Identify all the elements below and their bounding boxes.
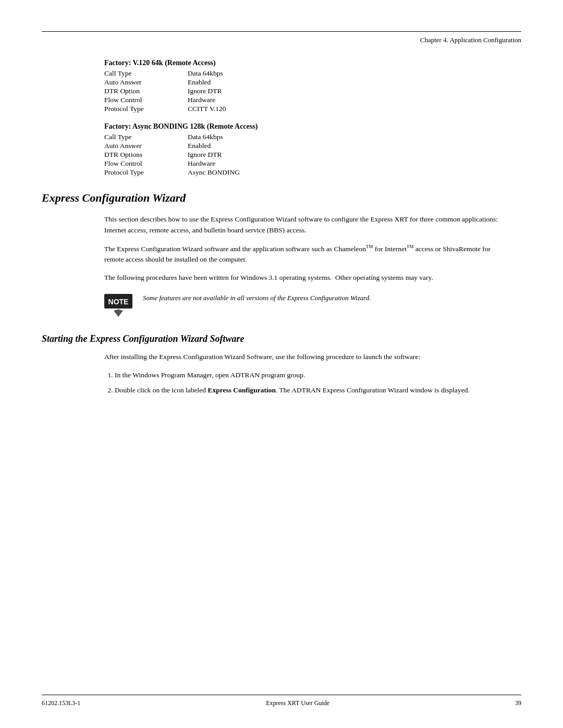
- config-label-2-1: Auto Answer: [104, 142, 188, 150]
- note-box: NOTE Some features are not available in …: [104, 293, 521, 319]
- express-section-heading: Express Configuration Wizard: [42, 191, 521, 205]
- config-value-1-1: Enabled: [188, 78, 521, 87]
- page: Chapter 4. Application Configuration Fac…: [0, 0, 563, 728]
- factory-section-1: Factory: V.120 64k (Remote Access) Call …: [42, 59, 521, 113]
- config-label-2-3: Flow Control: [104, 159, 188, 168]
- step-1-text: In the Windows Program Manager, open ADT…: [115, 371, 305, 379]
- svg-text:NOTE: NOTE: [108, 298, 129, 306]
- config-value-1-0: Data 64kbps: [188, 69, 521, 78]
- express-paragraph-2: The Express Configuration Wizard softwar…: [42, 243, 521, 265]
- svg-marker-2: [114, 310, 123, 317]
- config-value-2-2: Ignore DTR: [188, 151, 521, 159]
- config-table-2: Call Type Data 64kbps Auto Answer Enable…: [104, 133, 521, 177]
- config-label-2-2: DTR Options: [104, 151, 188, 159]
- config-value-1-2: Ignore DTR: [188, 87, 521, 95]
- footer-right: 39: [515, 699, 521, 707]
- config-value-2-4: Async BONDING: [188, 168, 521, 177]
- note-text: Some features are not available in all v…: [143, 293, 371, 303]
- config-label-1-0: Call Type: [104, 69, 188, 78]
- config-value-1-4: CCITT V.120: [188, 105, 521, 113]
- step-2-bold: Express Configuration: [207, 386, 276, 394]
- note-icon: NOTE: [104, 294, 136, 319]
- factory-title-2: Factory: Async BONDING 128k (Remote Acce…: [104, 122, 521, 131]
- factory-title-1: Factory: V.120 64k (Remote Access): [104, 59, 521, 67]
- footer-left: 61202.153L3-1: [42, 699, 80, 707]
- config-label-2-0: Call Type: [104, 133, 188, 141]
- config-value-2-0: Data 64kbps: [188, 133, 521, 141]
- step-1: In the Windows Program Manager, open ADT…: [115, 370, 500, 381]
- starting-section-heading: Starting the Express Configuration Wizar…: [42, 334, 521, 344]
- express-paragraph-3: The following procedures have been writt…: [42, 273, 521, 283]
- step-2-text: Double click on the icon labeled Express…: [115, 386, 470, 394]
- config-label-1-3: Flow Control: [104, 96, 188, 104]
- config-label-2-4: Protocol Type: [104, 168, 188, 177]
- config-value-2-1: Enabled: [188, 142, 521, 150]
- config-value-1-3: Hardware: [188, 96, 521, 104]
- page-footer: 61202.153L3-1 Express XRT User Guide 39: [42, 695, 521, 707]
- factory-section-2: Factory: Async BONDING 128k (Remote Acce…: [42, 122, 521, 177]
- step-2: Double click on the icon labeled Express…: [115, 385, 500, 396]
- config-label-1-2: DTR Option: [104, 87, 188, 95]
- express-paragraph-1: This section describes how to use the Ex…: [42, 214, 521, 236]
- config-value-2-3: Hardware: [188, 159, 521, 168]
- config-label-1-1: Auto Answer: [104, 78, 188, 87]
- config-table-1: Call Type Data 64kbps Auto Answer Enable…: [104, 69, 521, 113]
- steps-list: In the Windows Program Manager, open ADT…: [42, 370, 521, 396]
- chapter-header-text: Chapter 4. Application Configuration: [420, 36, 521, 44]
- chapter-header: Chapter 4. Application Configuration: [42, 31, 521, 50]
- config-label-1-4: Protocol Type: [104, 105, 188, 113]
- starting-intro: After installing the Express Configurati…: [42, 352, 521, 363]
- footer-center: Express XRT User Guide: [266, 699, 329, 707]
